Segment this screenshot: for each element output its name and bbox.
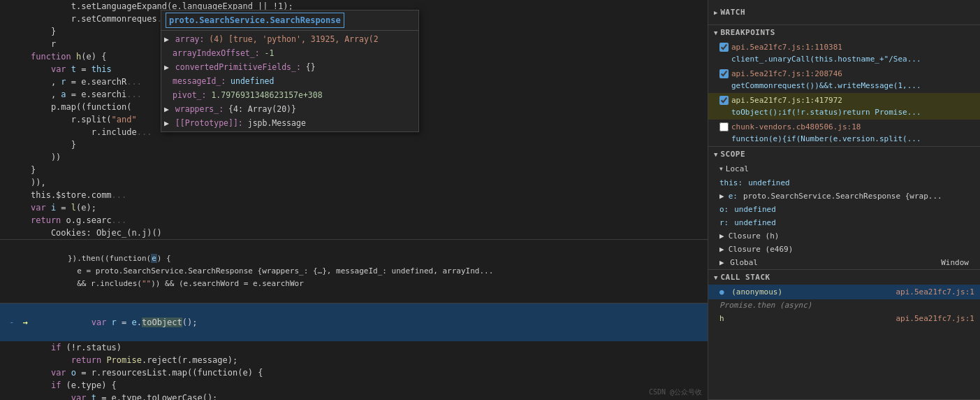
code-line: )) — [0, 151, 708, 164]
breakpoint-checkbox-4[interactable] — [719, 122, 729, 131]
closure-e469[interactable]: ▶ Closure (e469) — [708, 243, 980, 256]
code-line: } — [0, 138, 708, 151]
autocomplete-popup[interactable]: proto.SearchService.SearchResponse ▶ arr… — [161, 10, 419, 132]
breakpoint-detail-3: toObject();if(!r.status)return Promise..… — [731, 106, 974, 118]
code-line: Cookies: Objec_(n.j)() — [0, 227, 708, 239]
autocomplete-body: ▶ array: (4) [true, 'python', 31925, Arr… — [161, 31, 418, 131]
callstack-section: ▼ Call Stack ● (anonymous) api.5ea21fc7.… — [708, 270, 980, 400]
local-label: Local — [726, 164, 749, 173]
autocomplete-item[interactable]: ▶ convertedPrimitiveFields_: {} — [161, 60, 418, 74]
autocomplete-item[interactable]: messageId_: undefined — [161, 74, 418, 88]
breakpoints-header[interactable]: ▼ Breakpoints — [708, 25, 980, 40]
code-line: return o.g.searc... — [0, 214, 708, 227]
autocomplete-item[interactable]: ▶ array: (4) [true, 'python', 31925, Arr… — [161, 32, 418, 46]
autocomplete-item[interactable]: pivot_: 1.7976931348623157e+308 — [161, 88, 418, 102]
local-scope-header[interactable]: ▼ Local — [708, 162, 980, 176]
local-triangle-icon: ▼ — [719, 166, 723, 172]
callstack-file-1: api.5ea21fc7.js:1 — [895, 286, 974, 298]
watch-label: Watch — [720, 8, 745, 17]
watch-header[interactable]: ▶ Watch — [708, 5, 751, 20]
breakpoint-detail-1: client_.unaryCall(this.hostname_+"/Sea..… — [731, 53, 974, 65]
code-line-tooltip: }).then((function(e) { e = proto.SearchS… — [0, 239, 708, 303]
code-line: var o = r.resourcesList.map((function(e)… — [0, 366, 708, 379]
editor-panel: t.setLanguageExpand(e.languageExpand || … — [0, 0, 708, 400]
breakpoint-item[interactable]: api.5ea21fc7.js:1:110381 client_.unaryCa… — [708, 40, 980, 66]
code-line: var i = l(e); — [0, 201, 708, 214]
breakpoint-file-1: api.5ea21fc7.js:1:110381 — [731, 41, 974, 53]
code-line: this.$store.comm... — [0, 189, 708, 201]
callstack-async: Promise.then (async) — [708, 299, 980, 311]
breakpoints-label: Breakpoints — [720, 28, 775, 37]
breakpoint-checkbox-3[interactable] — [719, 96, 729, 105]
watermark: CSDN @公众号收 — [649, 387, 702, 397]
autocomplete-selected-title: proto.SearchService.SearchResponse — [166, 13, 344, 28]
closure-h[interactable]: ▶ Closure (h) — [708, 229, 980, 243]
breakpoint-detail-4: function(e){if(Number(e.version.split(..… — [731, 133, 974, 145]
callstack-triangle-icon: ▼ — [714, 274, 717, 281]
scope-this: this: undefined — [708, 176, 980, 190]
breakpoint-checkbox-2[interactable] — [719, 69, 729, 78]
autocomplete-header: proto.SearchService.SearchResponse — [161, 10, 418, 31]
callstack-header[interactable]: ▼ Call Stack — [708, 270, 980, 285]
scope-r: r: undefined — [708, 216, 980, 229]
code-line: )), — [0, 176, 708, 189]
code-line: var t = e.type.toLowerCase(); — [0, 392, 708, 400]
autocomplete-item[interactable]: arrayIndexOffset_: -1 — [161, 46, 418, 60]
code-line: if (!r.status) — [0, 341, 708, 354]
breakpoint-item[interactable]: chunk-vendors.cb480506.js:18 function(e)… — [708, 120, 980, 146]
watch-section[interactable]: ▶ Watch — [708, 0, 980, 25]
code-line: return Promise.reject(r.message); — [0, 354, 708, 366]
global-scope[interactable]: ▶ Global Window — [708, 256, 980, 269]
code-area: t.setLanguageExpand(e.languageExpand || … — [0, 0, 708, 400]
breakpoint-file-3: api.5ea21fc7.js:1:417972 — [731, 94, 974, 106]
autocomplete-item[interactable]: ▶ wrappers_: {4: Array(20)} — [161, 102, 418, 116]
code-line: } — [0, 164, 708, 176]
autocomplete-item[interactable]: ▶ [[Prototype]]: jspb.Message — [161, 116, 418, 130]
scope-e[interactable]: ▶ e: proto.SearchService.SearchResponse … — [708, 190, 980, 203]
active-debug-line: - → var r = e.toObject(); — [0, 303, 708, 341]
scope-section: ▼ Scope ▼ Local this: undefined ▶ e: pro… — [708, 147, 980, 270]
breakpoint-checkbox-1[interactable] — [719, 43, 729, 52]
scope-header[interactable]: ▼ Scope — [708, 147, 980, 162]
breakpoint-item-active[interactable]: api.5ea21fc7.js:1:417972 toObject();if(!… — [708, 93, 980, 120]
callstack-fn-3: h — [719, 313, 724, 324]
callstack-item-2[interactable]: h api.5ea21fc7.js:1 — [708, 311, 980, 326]
callstack-fn-1: (anonymous) — [731, 287, 782, 297]
breakpoints-triangle-icon: ▼ — [714, 29, 717, 36]
breakpoints-section: ▼ Breakpoints api.5ea21fc7.js:1:110381 c… — [708, 25, 980, 147]
breakpoint-detail-2: getCommonrequest())&&t.writeMessage(1,..… — [731, 80, 974, 92]
callstack-label: Call Stack — [720, 273, 770, 282]
breakpoint-item[interactable]: api.5ea21fc7.js:1:208746 getCommonreques… — [708, 66, 980, 93]
scope-triangle-icon: ▼ — [714, 151, 717, 158]
watch-triangle-icon: ▶ — [714, 9, 717, 16]
scope-o: o: undefined — [708, 203, 980, 216]
code-line: if (e.type) { — [0, 379, 708, 392]
scope-label: Scope — [720, 150, 745, 159]
breakpoint-file-4: chunk-vendors.cb480506.js:18 — [731, 121, 974, 133]
debug-pointer-icon: ● — [719, 287, 724, 297]
debugger-panel: ▶ Watch ▼ Breakpoints api.5ea21fc7.js:1:… — [708, 0, 980, 400]
callstack-item-active[interactable]: ● (anonymous) api.5ea21fc7.js:1 — [708, 285, 980, 299]
breakpoint-file-2: api.5ea21fc7.js:1:208746 — [731, 68, 974, 80]
callstack-file-3: api.5ea21fc7.js:1 — [895, 313, 974, 324]
